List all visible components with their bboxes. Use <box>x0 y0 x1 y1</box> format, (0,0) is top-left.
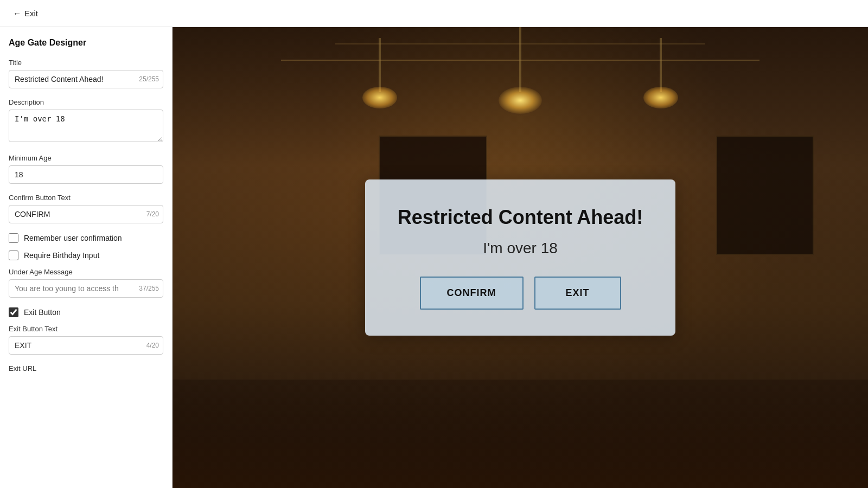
remember-user-checkbox[interactable] <box>9 233 18 243</box>
exit-button[interactable]: ← Exit <box>9 7 42 20</box>
require-birthday-row: Require Birthday Input <box>9 251 163 260</box>
require-birthday-checkbox[interactable] <box>9 251 18 260</box>
title-input-wrap: 25/255 <box>9 70 163 88</box>
under-age-char-count: 37/255 <box>139 285 159 292</box>
age-gate-modal: Restricted Content Ahead! I'm over 18 CO… <box>365 179 676 336</box>
exit-btn-text-label: Exit Button Text <box>9 325 163 333</box>
exit-btn-text-input[interactable] <box>9 336 163 355</box>
pendant-wire-right <box>660 38 662 92</box>
exit-btn-text-input-wrap: 4/20 <box>9 336 163 355</box>
exit-btn-text-field-group: Exit Button Text 4/20 <box>9 325 163 355</box>
min-age-input-wrap <box>9 165 163 184</box>
exit-icon: ← <box>13 9 21 18</box>
modal-buttons: CONFIRM EXIT <box>398 277 643 310</box>
under-age-input-wrap: 37/255 <box>9 279 163 298</box>
description-label: Description <box>9 98 163 106</box>
exit-btn-char-count: 4/20 <box>146 342 159 349</box>
description-field-group: Description I'm over 18 <box>9 98 163 144</box>
modal-exit-button[interactable]: EXIT <box>534 277 621 310</box>
sidebar-title: Age Gate Designer <box>9 38 163 48</box>
pendant-light-center <box>499 87 542 114</box>
min-age-field-group: Minimum Age <box>9 154 163 184</box>
preview-background: Restricted Content Ahead! I'm over 18 CO… <box>173 27 868 488</box>
pendant-light-left <box>362 87 397 108</box>
top-bar: ← Exit <box>0 0 868 27</box>
modal-title: Restricted Content Ahead! <box>398 206 643 229</box>
exit-url-label: Exit URL <box>9 364 163 373</box>
confirm-btn-char-count: 7/20 <box>146 210 159 218</box>
remember-user-row: Remember user confirmation <box>9 233 163 243</box>
preview-area: Restricted Content Ahead! I'm over 18 CO… <box>173 27 868 488</box>
exit-button-checkbox[interactable] <box>9 307 18 317</box>
confirm-btn-text-input[interactable] <box>9 205 163 223</box>
min-age-input[interactable] <box>9 165 163 184</box>
description-input[interactable]: I'm over 18 <box>9 110 163 142</box>
confirm-btn-text-field-group: Confirm Button Text 7/20 <box>9 194 163 223</box>
title-field-group: Title 25/255 <box>9 59 163 88</box>
bar-counter <box>173 380 868 488</box>
min-age-label: Minimum Age <box>9 154 163 162</box>
confirm-btn-text-input-wrap: 7/20 <box>9 205 163 223</box>
pendant-wire-center <box>519 27 521 92</box>
pendant-wire-left <box>379 38 381 92</box>
title-char-count: 25/255 <box>139 75 159 83</box>
pendant-light-right <box>643 87 678 108</box>
modal-description: I'm over 18 <box>398 240 643 257</box>
remember-user-label: Remember user confirmation <box>24 234 122 242</box>
exit-label: Exit <box>24 9 38 18</box>
require-birthday-label: Require Birthday Input <box>24 251 99 260</box>
under-age-label: Under Age Message <box>9 268 163 276</box>
sidebar: Age Gate Designer Title 25/255 Descripti… <box>0 27 173 488</box>
main-layout: Age Gate Designer Title 25/255 Descripti… <box>0 27 868 488</box>
title-label: Title <box>9 59 163 67</box>
confirm-btn-text-label: Confirm Button Text <box>9 194 163 202</box>
exit-button-row: Exit Button <box>9 307 163 317</box>
exit-url-field-group: Exit URL <box>9 364 163 373</box>
under-age-field-group: Under Age Message 37/255 <box>9 268 163 298</box>
modal-confirm-button[interactable]: CONFIRM <box>420 277 524 310</box>
exit-button-label: Exit Button <box>24 308 61 317</box>
menu-board-right <box>716 136 814 255</box>
